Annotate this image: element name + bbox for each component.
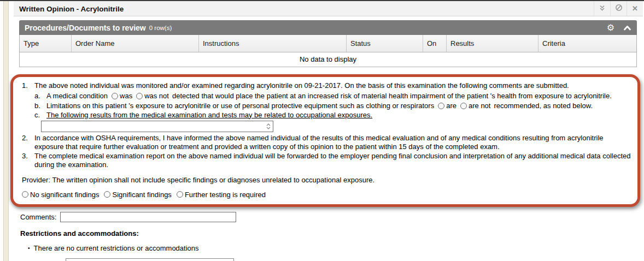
column-header-type[interactable]: Type [20, 35, 72, 52]
table-header-row: Type Order Name Instructions Status On R… [20, 35, 637, 52]
restrictions-bullet-item: • There are no current restrictions or a… [28, 244, 643, 252]
radio-significant-findings[interactable]: Significant findings [104, 191, 171, 199]
opinion-item-2: 2. In accordance with OSHA requirements,… [20, 134, 631, 151]
column-header-instructions[interactable]: Instructions [199, 35, 347, 52]
bullet-icon: • [28, 245, 30, 251]
page-title: Written Opinion - Acrylonitrile [14, 1, 594, 16]
radio-are-not[interactable] [460, 103, 467, 109]
significant-findings-label: Significant findings [112, 191, 171, 199]
radio-was[interactable] [112, 93, 118, 99]
opinion-item-1b: b. Limitations on this patient 's exposu… [34, 102, 631, 110]
column-header-order-name[interactable]: Order Name [72, 35, 199, 52]
close-icon: ✕ [632, 4, 638, 13]
procedures-panel: Procedures/Documents to review 0 row(s) … [19, 20, 637, 67]
radio-no-significant-findings[interactable]: No significant findings [22, 191, 99, 199]
provider-note: Provider: The written opinion shall not … [22, 176, 631, 185]
spinner-control[interactable] [265, 121, 272, 132]
opinion-item-1a: a. A medical conditionwaswas notdetected… [34, 92, 631, 100]
radio-circle-icon [104, 191, 110, 198]
empty-data-row: No data to display [20, 52, 637, 67]
provider-label: Provider: [20, 258, 66, 261]
opinion-item-3: 3. The complete medical examination repo… [20, 152, 631, 169]
row-count-label: 0 row(s) [149, 25, 172, 31]
radio-circle-icon [177, 191, 183, 198]
opinion-item-1c: c. The following results from the medica… [34, 111, 631, 120]
item-1a-prefix: A medical condition [46, 92, 108, 100]
no-significant-findings-label: No significant findings [30, 191, 99, 199]
item-1b-suffix: recommended, as noted below. [494, 102, 593, 110]
item-1a-suffix: detected that would place the patient at… [172, 92, 612, 100]
main-content: Written Opinion - Acrylonitrile ✕ Proced… [14, 1, 643, 261]
restrictions-bullet-text: There are no current restrictions or acc… [34, 244, 199, 252]
radio-was-not-label[interactable]: was not [144, 92, 169, 100]
double-chevron-down-icon [599, 4, 606, 13]
findings-radio-group: No significant findings Significant find… [22, 191, 631, 199]
radio-was-not[interactable] [136, 93, 143, 99]
comments-input[interactable] [60, 212, 236, 222]
item-2-marker: 2. [20, 134, 34, 151]
column-header-results[interactable]: Results [447, 35, 538, 52]
radio-was-label[interactable]: was [120, 92, 132, 100]
column-header-criteria[interactable]: Criteria [538, 35, 637, 52]
opinion-item-1: 1. The above noted individual was monito… [20, 81, 631, 90]
restrictions-heading: Restrictions and accommodations: [20, 229, 643, 238]
gear-icon[interactable]: ⚙ [607, 23, 614, 32]
window-titlebar: Written Opinion - Acrylonitrile ✕ [14, 1, 643, 16]
item-3-marker: 3. [20, 152, 34, 169]
sidebar-strip [3, 1, 9, 261]
column-header-on[interactable]: On [423, 35, 447, 52]
no-data-message: No data to display [20, 52, 637, 67]
column-header-status[interactable]: Status [347, 35, 423, 52]
comments-label: Comments: [20, 213, 56, 221]
provider-input[interactable] [66, 258, 234, 261]
cancel-button[interactable] [610, 1, 627, 16]
collapse-all-button[interactable] [594, 1, 610, 16]
radio-are[interactable] [438, 103, 444, 109]
item-1-text: The above noted individual was monitored… [34, 81, 631, 90]
item-1b-marker: b. [34, 102, 46, 110]
item-3-text: The complete medical examination report … [34, 152, 631, 169]
close-button[interactable]: ✕ [627, 1, 643, 16]
procedures-table: Type Order Name Instructions Status On R… [19, 35, 637, 67]
radio-further-testing[interactable]: Further testing is required [177, 191, 266, 199]
item-1b-prefix: Limitations on this patient 's exposure … [46, 102, 434, 110]
radio-circle-icon [22, 191, 28, 198]
exam-results-input[interactable] [41, 121, 273, 132]
item-2-text: In accordance with OSHA requirements, I … [34, 134, 631, 151]
spinner-down-icon [266, 127, 271, 129]
spinner-up-icon [266, 123, 271, 126]
circle-slash-icon [615, 4, 623, 13]
provider-row: Provider: ? [20, 258, 643, 261]
item-1-marker: 1. [20, 81, 34, 90]
comments-row: Comments: [20, 212, 643, 222]
item-1c-marker: c. [34, 111, 46, 120]
radio-are-label[interactable]: are [446, 102, 456, 110]
written-opinion-highlight-box: 1. The above noted individual was monito… [10, 74, 640, 207]
chevron-up-icon[interactable] [623, 25, 631, 31]
radio-are-not-label[interactable]: are not [469, 102, 490, 110]
item-1a-marker: a. [34, 92, 46, 100]
item-1c-text: The following results from the medical e… [46, 111, 631, 120]
further-testing-label: Further testing is required [185, 191, 266, 199]
procedures-panel-header: Procedures/Documents to review 0 row(s) … [19, 20, 637, 35]
panel-title: Procedures/Documents to review [25, 23, 146, 32]
